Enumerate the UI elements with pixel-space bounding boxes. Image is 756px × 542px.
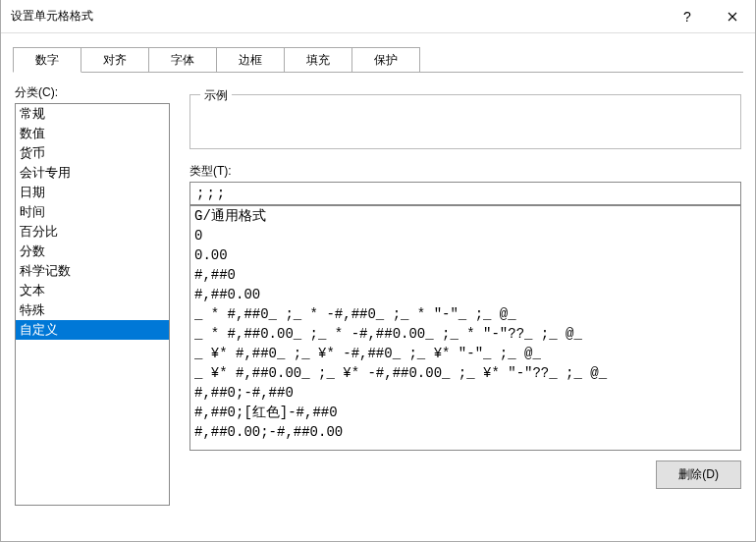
format-item[interactable]: _ ¥* #,##0.00_ ;_ ¥* -#,##0.00_ ;_ ¥* "-… (190, 363, 740, 383)
category-item[interactable]: 货币 (16, 143, 169, 163)
tab-0[interactable]: 数字 (13, 47, 81, 73)
format-item[interactable]: #,##0;-#,##0 (190, 383, 740, 403)
delete-button[interactable]: 删除(D) (656, 461, 741, 489)
category-label: 分类(C): (15, 84, 170, 101)
close-button[interactable] (710, 2, 755, 31)
details-column: 示例 类型(T): G/通用格式00.00#,##0#,##0.00_ * #,… (189, 84, 741, 531)
category-column: 分类(C): 常规数值货币会计专用日期时间百分比分数科学记数文本特殊自定义 (15, 84, 170, 531)
format-item[interactable]: _ ¥* #,##0_ ;_ ¥* -#,##0_ ;_ ¥* "-"_ ;_ … (190, 344, 740, 363)
tab-strip: 数字对齐字体边框填充保护 (1, 33, 755, 73)
example-groupbox: 示例 (189, 94, 741, 149)
button-row: 删除(D) (189, 461, 741, 489)
titlebar: 设置单元格格式 ? (1, 0, 755, 33)
category-item[interactable]: 常规 (16, 104, 169, 124)
format-item[interactable]: _ * #,##0_ ;_ * -#,##0_ ;_ * "-"_ ;_ @_ (190, 304, 740, 324)
tab-1[interactable]: 对齐 (81, 47, 149, 73)
type-input[interactable] (189, 182, 741, 205)
category-item[interactable]: 科学记数 (16, 261, 169, 281)
dialog-title: 设置单元格格式 (11, 8, 665, 25)
category-listbox[interactable]: 常规数值货币会计专用日期时间百分比分数科学记数文本特殊自定义 (15, 103, 170, 506)
format-item[interactable]: #,##0.00 (190, 285, 740, 304)
tab-5[interactable]: 保护 (351, 47, 420, 73)
category-item[interactable]: 数值 (16, 124, 169, 143)
category-item[interactable]: 文本 (16, 281, 169, 300)
category-item[interactable]: 日期 (16, 183, 169, 202)
format-cells-dialog: 设置单元格格式 ? 数字对齐字体边框填充保护 分类(C): 常规数值货币会计专用… (0, 0, 756, 542)
close-icon (728, 12, 737, 22)
tab-4[interactable]: 填充 (284, 47, 352, 73)
tab-2[interactable]: 字体 (148, 47, 217, 73)
format-item[interactable]: #,##0 (190, 265, 740, 285)
example-label: 示例 (200, 87, 232, 104)
category-item[interactable]: 自定义 (16, 320, 169, 340)
format-item[interactable]: _ * #,##0.00_ ;_ * -#,##0.00_ ;_ * "-"??… (190, 324, 740, 344)
content-panel: 分类(C): 常规数值货币会计专用日期时间百分比分数科学记数文本特殊自定义 示例… (15, 84, 741, 531)
category-item[interactable]: 时间 (16, 202, 169, 222)
format-item[interactable]: #,##0;[红色]-#,##0 (190, 403, 740, 422)
help-button[interactable]: ? (665, 2, 710, 31)
format-listbox[interactable]: G/通用格式00.00#,##0#,##0.00_ * #,##0_ ;_ * … (189, 205, 741, 451)
category-item[interactable]: 百分比 (16, 222, 169, 242)
format-item[interactable]: #,##0.00;-#,##0.00 (190, 422, 740, 442)
type-label: 类型(T): (189, 163, 741, 180)
format-item[interactable]: 0.00 (190, 245, 740, 265)
category-item[interactable]: 特殊 (16, 300, 169, 320)
category-item[interactable]: 分数 (16, 242, 169, 261)
format-item[interactable]: 0 (190, 226, 740, 245)
format-item[interactable]: G/通用格式 (190, 206, 740, 226)
category-item[interactable]: 会计专用 (16, 163, 169, 183)
tab-3[interactable]: 边框 (216, 47, 285, 73)
dialog-body: 分类(C): 常规数值货币会计专用日期时间百分比分数科学记数文本特殊自定义 示例… (1, 73, 755, 541)
